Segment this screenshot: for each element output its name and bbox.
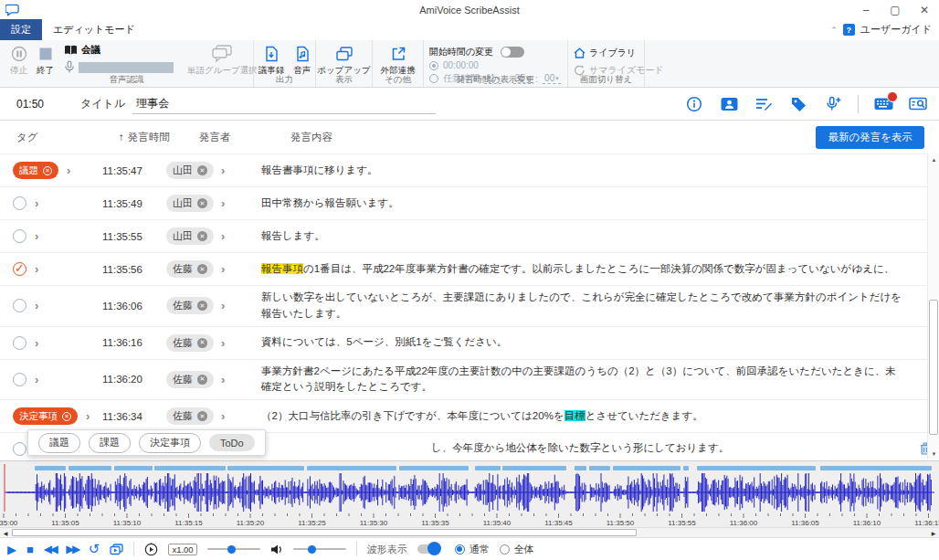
speaker-pill[interactable]: 佐藤✕ (166, 260, 214, 278)
remove-speaker-icon[interactable]: ✕ (197, 301, 207, 311)
maximize-icon[interactable]: ▢ (881, 0, 910, 20)
remove-speaker-icon[interactable]: ✕ (197, 264, 207, 274)
show-latest-button[interactable]: 最新の発言を表示 (816, 126, 924, 149)
utterance-content[interactable]: 事業方針書2ページにあたる平成22年度の主要計数の中の主要課題のうちの（2）と（… (261, 360, 912, 400)
utterance-content[interactable]: 田中常務から報告願います。 (261, 192, 912, 216)
speed-slider[interactable] (207, 548, 260, 550)
tag-circle[interactable] (13, 299, 26, 312)
utterance-content[interactable]: 新しい数字を出していないところが、主要課題にありましたので、これらが完全に確定し… (261, 286, 912, 326)
help-icon[interactable]: ? (843, 24, 855, 36)
tag-pill[interactable]: 議題✕ (13, 162, 58, 179)
speaker-chevron[interactable]: › (221, 336, 225, 350)
header-content[interactable]: 発言内容 (290, 131, 775, 144)
add-voice-icon[interactable] (823, 95, 843, 113)
tag-circle[interactable] (13, 196, 26, 210)
remove-speaker-icon[interactable]: ✕ (197, 375, 207, 385)
speaker-chevron[interactable]: › (221, 299, 225, 312)
speaker-pill[interactable]: 山田✕ (166, 162, 214, 179)
table-row[interactable]: ›11:35:55山田✕›報告します。 (0, 219, 939, 252)
remove-speaker-icon[interactable]: ✕ (197, 198, 207, 208)
header-speaker[interactable]: 発言者 (199, 131, 290, 144)
waveform-scrollbar-thumb[interactable] (12, 529, 637, 536)
utterance-content[interactable]: し、今年度から地公体を除いた数字という形にしております。 (261, 437, 912, 460)
header-tag[interactable]: タグ (16, 131, 119, 144)
stop-button-player[interactable]: ■ (26, 543, 34, 556)
utterance-content[interactable]: 資料については、5ページ、別紙1をご覧ください。 (261, 331, 912, 354)
normal-radio[interactable]: 通常 (455, 543, 490, 556)
tag-option[interactable]: 課題 (89, 433, 131, 453)
tag-icon[interactable] (788, 95, 808, 113)
speaker-pill[interactable]: 佐藤✕ (166, 334, 214, 352)
speaker-chevron[interactable]: › (221, 373, 225, 386)
volume-slider[interactable] (293, 548, 346, 550)
header-time[interactable]: ↑発言時間 (119, 131, 199, 144)
end-button[interactable]: 終了 (32, 44, 58, 78)
table-row[interactable]: ›11:35:49山田✕›田中常務から報告願います。 (0, 186, 939, 219)
waveform-chart[interactable]: 11:35:0011:35:0511:35:1011:35:1511:35:20… (0, 461, 939, 527)
speaker-chevron[interactable]: › (221, 164, 225, 177)
utterance-content[interactable]: 報告事項の1番目は、平成22年度事業方針書の確定です。以前示しましたところに一部… (261, 258, 912, 281)
table-scrollbar[interactable]: ▲ ▼ (927, 153, 939, 460)
table-row[interactable]: ›11:36:20佐藤✕›事業方針書2ページにあたる平成22年度の主要計数の中の… (0, 359, 939, 400)
speed-value[interactable]: x1.00 (168, 544, 196, 555)
collapse-ribbon-icon[interactable]: ⌃ (830, 26, 838, 35)
remove-speaker-icon[interactable]: ✕ (197, 231, 207, 241)
scroll-down-icon[interactable]: ▼ (928, 448, 939, 460)
fixed-time-radio[interactable]: 00:00:00 (429, 60, 561, 70)
tag-check-circle[interactable]: ✓ (13, 262, 26, 276)
remove-speaker-icon[interactable]: ✕ (197, 411, 207, 421)
tag-option[interactable]: ToDo (209, 434, 255, 451)
waveform-toggle[interactable] (417, 544, 439, 554)
table-row[interactable]: ›11:36:06佐藤✕›新しい数字を出していないところが、主要課題にありました… (0, 285, 939, 326)
speaker-chevron[interactable]: › (221, 262, 225, 276)
speaker-pill[interactable]: 佐藤✕ (166, 297, 214, 314)
export-minutes-button[interactable]: 議事録 (254, 44, 290, 78)
user-guide-link[interactable]: ユーザーガイド (860, 23, 932, 37)
remove-speaker-icon[interactable]: ✕ (197, 165, 207, 175)
row-expand-chevron[interactable]: › (35, 262, 38, 276)
keyboard-icon[interactable] (873, 95, 893, 113)
tag-circle[interactable] (13, 229, 26, 243)
minimize-icon[interactable]: – (851, 0, 881, 20)
tag-circle[interactable] (13, 336, 26, 350)
whole-radio[interactable]: 全体 (500, 543, 534, 556)
row-expand-chevron[interactable]: › (67, 164, 70, 177)
remove-tag-icon[interactable]: ✕ (62, 412, 71, 421)
rewind-button[interactable]: ◀◀ (44, 543, 56, 555)
remove-speaker-icon[interactable]: ✕ (197, 338, 207, 348)
speaker-pill[interactable]: 佐藤✕ (166, 371, 214, 388)
tag-pill[interactable]: 決定事項✕ (13, 407, 78, 425)
row-expand-chevron[interactable]: › (35, 229, 38, 243)
waveform-panel[interactable]: 11:35:0011:35:0511:35:1011:35:1511:35:20… (0, 460, 939, 537)
slider-handle[interactable] (227, 545, 236, 554)
slider-handle[interactable] (308, 545, 316, 554)
start-time-toggle[interactable] (501, 47, 524, 58)
fast-forward-button[interactable]: ▶▶ (66, 543, 78, 555)
tag-circle[interactable] (13, 442, 26, 456)
table-row[interactable]: ›11:36:16佐藤✕›資料については、5ページ、別紙1をご覧ください。 (0, 326, 939, 359)
row-expand-chevron[interactable]: › (35, 196, 38, 210)
speaker-pill[interactable]: 山田✕ (166, 195, 214, 212)
external-link-button[interactable]: 外部連携 (376, 44, 420, 78)
speaker-pill[interactable]: 佐藤✕ (166, 407, 214, 425)
popup-button[interactable]: ポップアップ (312, 44, 375, 78)
speaker-chevron[interactable]: › (221, 229, 225, 243)
title-input[interactable]: 理事会 (132, 94, 436, 114)
row-expand-chevron[interactable]: › (86, 409, 90, 423)
table-row[interactable]: 決定事項✕›11:36:34佐藤✕›（2）大口与信比率の引き下げですが、本年度に… (0, 399, 939, 432)
speaker-pill[interactable]: 山田✕ (166, 227, 214, 245)
close-icon[interactable]: ✕ (910, 0, 939, 20)
scroll-left-icon[interactable]: ◀ (0, 528, 11, 537)
scroll-right-icon[interactable]: ▶ (928, 528, 939, 537)
word-group-select-button[interactable]: 単語グループ選択 (183, 44, 262, 78)
waveform-scrollbar[interactable]: ◀ ▶ (0, 527, 939, 537)
tab-edit-mode[interactable]: エディットモード (42, 19, 146, 40)
utterance-content[interactable]: 報告します。 (261, 225, 912, 248)
export-audio-button[interactable]: 音声 (289, 44, 315, 78)
replay-icon[interactable]: ↺ (89, 541, 100, 557)
scroll-up-icon[interactable]: ▲ (928, 153, 939, 165)
info-icon[interactable] (684, 95, 704, 113)
tab-settings[interactable]: 設定 (0, 19, 42, 40)
continuous-play-icon[interactable] (110, 544, 123, 555)
edit-list-icon[interactable] (754, 95, 774, 113)
